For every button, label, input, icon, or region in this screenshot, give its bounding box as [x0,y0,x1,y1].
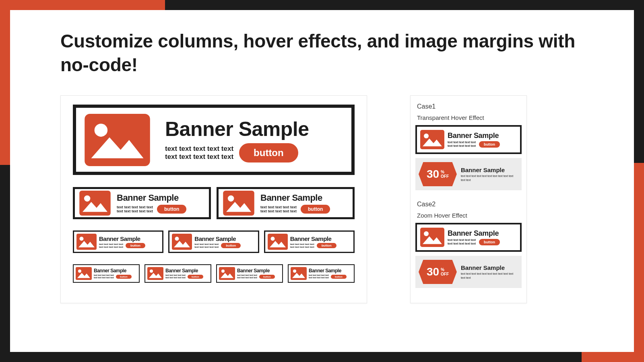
banner-button[interactable]: button [126,243,145,248]
image-placeholder-icon [84,114,151,166]
banner-large[interactable]: Banner Sample text text text text text t… [73,105,355,175]
banner-title: Banner Sample [309,268,352,274]
banner-title: Banner Sample [99,235,160,242]
svg-point-19 [293,269,296,273]
banner-button[interactable]: button [116,275,132,279]
frame-accent [634,163,644,362]
discount-pct: % [441,267,444,272]
gallery-row-3: Banner Sampletext text text text text te… [73,230,355,253]
banner-button[interactable]: button [479,239,500,245]
svg-point-17 [221,269,225,273]
banner-medium[interactable]: Banner Sampletext text text text text te… [217,187,355,219]
banner-title: Banner Sample [165,117,343,141]
frame-accent [0,0,10,165]
banner-text: text text text text text text text text … [165,145,233,160]
banner-text: text text text text text text text text … [165,274,186,279]
banner-xs[interactable]: Banner Sampletext text text text text te… [216,264,283,283]
banner-text: text text text text text text text text … [117,205,153,214]
banner-button[interactable]: button [157,205,186,214]
banner-title: Banner Sample [194,235,255,242]
discount-badge: 30 %OFF [419,162,457,186]
banner-button[interactable]: button [331,275,347,279]
promo-title: Banner Sample [461,264,518,271]
svg-rect-4 [223,191,254,216]
case1-promo[interactable]: 30 %OFF Banner Sample text text text tex… [415,158,522,190]
discount-num: 30 [427,168,439,181]
banner-text: text text text text text text text text … [94,274,114,279]
image-placeholder-icon [147,267,163,280]
banner-text: text text text text text text text text … [194,243,219,249]
banner-text: text text text text text text text text … [99,243,123,249]
banner-xs[interactable]: Banner Sampletext text text text text te… [73,264,140,283]
banner-text: text text text text text text text text … [309,274,329,279]
banner-xs[interactable]: Banner Sampletext text text text text te… [288,264,355,283]
banner-button[interactable]: button [239,143,298,162]
case1-banner[interactable]: Banner Sample text text text text text t… [415,125,522,154]
banner-text: text text text text text text text text … [448,141,476,147]
image-placeholder-icon [223,191,255,216]
banner-text: text text text text text text text text … [290,243,314,249]
svg-rect-2 [79,191,111,216]
svg-rect-12 [76,267,92,280]
image-placeholder-icon [420,130,444,149]
case2-subtitle: Zoom Hover Effect [417,212,520,219]
case2-banner[interactable]: Banner Sample text text text text text t… [415,223,522,252]
banner-button[interactable]: button [301,205,330,214]
banner-text: text text text text text text text text … [237,274,257,279]
banner-xs[interactable]: Banner Sampletext text text text text te… [144,264,211,283]
svg-point-1 [95,123,108,137]
promo-text: text text text text text text text text … [461,272,518,279]
case2-promo[interactable]: 30 %OFF Banner Sample text text text tex… [415,256,522,288]
banner-title: Banner Sample [448,132,500,140]
promo-content: Banner Sample text text text text text t… [461,264,518,279]
image-placeholder-icon [79,191,111,216]
banner-button[interactable]: button [317,243,336,248]
banner-title: Banner Sample [448,229,500,238]
svg-point-9 [175,237,179,241]
svg-point-5 [228,195,234,202]
gallery-row-4: Banner Sampletext text text text text te… [73,264,355,283]
banner-gallery: Banner Sample text text text text text t… [60,95,367,303]
banner-medium[interactable]: Banner Sampletext text text text text te… [73,187,211,219]
case1-label: Case1 [417,103,520,110]
image-placeholder-icon [76,234,97,250]
banner-button[interactable]: button [188,275,203,279]
banner-title: Banner Sample [290,235,351,242]
svg-point-21 [424,134,429,138]
svg-point-13 [78,269,81,273]
gallery-row-1: Banner Sample text text text text text t… [73,105,355,175]
banner-button[interactable]: button [259,275,275,279]
banner-title: Banner Sample [117,193,205,203]
svg-point-7 [80,237,84,241]
banner-small[interactable]: Banner Sampletext text text text text te… [264,230,355,253]
discount-off: OFF [441,174,449,179]
banner-title: Banner Sample [237,268,280,274]
svg-rect-16 [219,267,235,280]
image-placeholder-icon [268,234,288,250]
banner-button[interactable]: button [221,243,241,248]
banner-small[interactable]: Banner Sampletext text text text text te… [168,230,259,253]
discount-off: OFF [441,272,449,276]
banner-title: Banner Sample [165,268,208,274]
banner-title: Banner Sample [260,193,349,203]
page: Customize columns, hover effects, and im… [10,10,634,352]
hover-cases-panel: Case1 Transparent Hover Effect Banner Sa… [410,95,527,303]
discount-badge: 30 %OFF [419,260,457,284]
banner-small[interactable]: Banner Sampletext text text text text te… [73,230,163,253]
banner-content: Banner Sample text text text text text t… [165,117,343,162]
banner-button[interactable]: button [479,141,500,148]
svg-rect-14 [147,267,163,280]
svg-point-15 [150,269,153,273]
frame-accent [0,0,165,10]
banner-text: text text text text text text text text … [448,239,476,245]
image-placeholder-icon [172,234,192,250]
svg-point-11 [270,237,275,241]
banner-content: Banner Sample text text text text text t… [448,132,500,147]
banner-text: text text text text text text text text … [260,205,297,214]
image-placeholder-icon [76,267,92,280]
svg-rect-18 [291,267,307,280]
promo-text: text text text text text text text text … [461,174,518,181]
image-placeholder-icon [219,267,235,280]
gallery-row-2: Banner Sampletext text text text text te… [73,187,355,219]
case1-subtitle: Transparent Hover Effect [417,114,520,121]
